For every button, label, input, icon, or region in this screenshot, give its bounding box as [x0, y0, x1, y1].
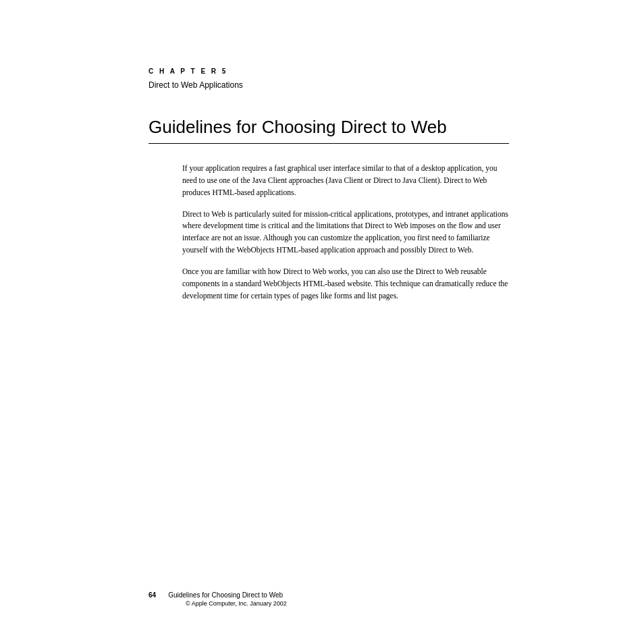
paragraph-2: Direct to Web is particularly suited for…: [182, 209, 509, 257]
title-rule: [149, 143, 509, 144]
chapter-subtitle: Direct to Web Applications: [149, 80, 509, 90]
footer-page-number: 64: [149, 591, 156, 599]
content-area: C H A P T E R 5 Direct to Web Applicatio…: [149, 68, 509, 590]
footer: 64 Guidelines for Choosing Direct to Web…: [149, 591, 509, 607]
paragraph-3: Once you are familiar with how Direct to…: [182, 266, 509, 302]
footer-content: 64 Guidelines for Choosing Direct to Web…: [149, 591, 509, 607]
footer-title: Guidelines for Choosing Direct to Web: [168, 591, 283, 599]
paragraph-1: If your application requires a fast grap…: [182, 163, 509, 198]
body-content: If your application requires a fast grap…: [182, 163, 509, 302]
section-title: Guidelines for Choosing Direct to Web: [149, 117, 509, 138]
page: C H A P T E R 5 Direct to Web Applicatio…: [0, 0, 644, 644]
footer-copyright: © Apple Computer, Inc. January 2002: [186, 600, 287, 607]
footer-page-line: 64 Guidelines for Choosing Direct to Web: [149, 591, 283, 599]
chapter-label: C H A P T E R 5: [149, 68, 509, 75]
